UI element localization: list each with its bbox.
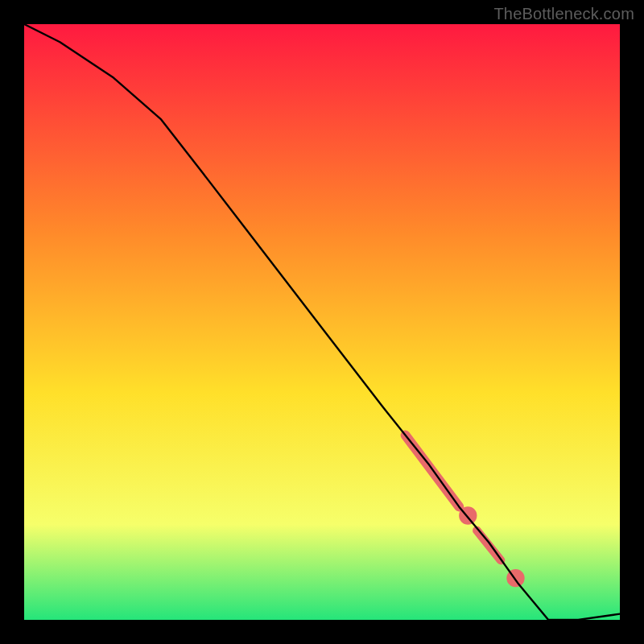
chart-stage: TheBottleneck.com: [0, 0, 644, 644]
chart-svg: [24, 24, 620, 620]
watermark-text: TheBottleneck.com: [493, 5, 634, 23]
gradient-background: [24, 24, 620, 620]
plot-area: [24, 24, 620, 620]
